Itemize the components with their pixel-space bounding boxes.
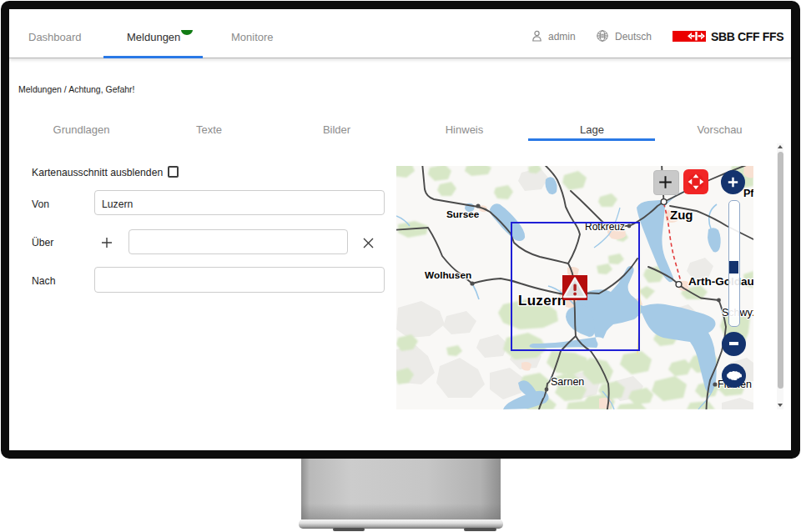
svg-text:Luzern: Luzern	[518, 293, 567, 309]
svg-text:Sarnen: Sarnen	[551, 376, 584, 388]
svg-text:Sursee: Sursee	[446, 208, 480, 220]
svg-text:Zug: Zug	[670, 208, 693, 222]
svg-text:Pf: Pf	[743, 188, 753, 199]
svg-text:Wolhusen: Wolhusen	[425, 269, 471, 281]
svg-text:Arth-Goldau: Arth-Goldau	[688, 275, 753, 288]
